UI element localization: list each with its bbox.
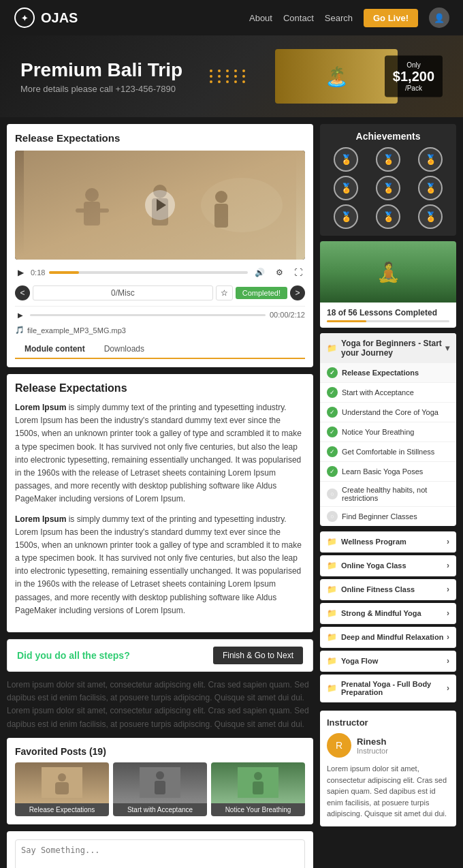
- meditation-box: 🧘 18 of 56 Lessons Completed: [320, 241, 456, 328]
- hero-banner: Premium Bali Trip More details please ca…: [0, 35, 463, 117]
- badge-5: 🏅: [376, 176, 400, 200]
- golive-button[interactable]: Go Live!: [364, 9, 418, 27]
- video-volume[interactable]: 🔊: [252, 266, 268, 279]
- meditation-person: 🧘: [374, 248, 402, 296]
- lesson-check-8: ○: [327, 511, 338, 522]
- lesson-item-5[interactable]: ✓ Get Comfortable in Stillness: [320, 442, 456, 462]
- lesson-check-3: ✓: [327, 407, 338, 418]
- video-settings[interactable]: ⚙: [273, 266, 286, 279]
- module-p2-text: is simply dummy text of the printing and…: [15, 514, 302, 615]
- avatar[interactable]: 👤: [429, 7, 449, 28]
- folder-icon-5: 📁: [327, 656, 337, 666]
- lesson-item-2[interactable]: ✓ Start with Acceptance: [320, 383, 456, 403]
- comment-input[interactable]: [15, 839, 305, 868]
- content-col: Release Expectations: [7, 124, 313, 868]
- badges-grid: 🏅 🏅 🏅 🏅 🏅 🏅 🏅 🏅 🏅: [327, 147, 449, 229]
- lorem-below-text: Lorem ipsum dolor sit amet, consectetur …: [7, 679, 313, 731]
- audio-play-button[interactable]: ▶: [15, 309, 26, 320]
- module-content-section: Release Expectations Lorem Ipsum is simp…: [7, 374, 313, 632]
- modules-box: 📁 Yoga for Beginners - Start your Journe…: [320, 333, 456, 526]
- nav-search[interactable]: Search: [325, 13, 353, 23]
- lesson-item-7[interactable]: ○ Create healthy habits, not restriction…: [320, 482, 456, 507]
- tab-module-content[interactable]: Module content: [15, 340, 95, 359]
- lesson-item-3[interactable]: ✓ Understand the Core of Yoga: [320, 403, 456, 422]
- audio-filename-row: 🎵 file_example_MP3_5MG.mp3: [15, 326, 305, 335]
- meditation-img: 🧘: [320, 241, 456, 303]
- nav-about[interactable]: About: [249, 13, 272, 23]
- nav-prev-button[interactable]: <: [15, 285, 30, 300]
- video-fullscreen[interactable]: ⛶: [291, 266, 305, 279]
- svg-point-3: [201, 178, 283, 232]
- svg-rect-7: [92, 208, 109, 213]
- module-row-5[interactable]: 📁Yoga Flow ›: [320, 651, 456, 672]
- main-layout: Release Expectations: [0, 117, 463, 868]
- hero-image: 🏝️: [275, 49, 398, 104]
- module-paragraph-2: Lorem Ipsum is simply dummy text of the …: [15, 513, 305, 618]
- tab-downloads[interactable]: Downloads: [95, 340, 154, 358]
- svg-rect-17: [155, 781, 165, 794]
- svg-rect-11: [214, 204, 228, 228]
- lesson-item-8[interactable]: ○ Find Beginner Classes: [320, 507, 456, 526]
- module-row-1[interactable]: 📁Online Yoga Class ›: [320, 555, 456, 576]
- cta-text: Did you do all the steps?: [17, 650, 130, 661]
- price-per: /Pack: [393, 84, 434, 92]
- nav-next-button[interactable]: >: [290, 285, 305, 300]
- header: ✦ OJAS About Contact Search Go Live! 👤: [0, 0, 463, 35]
- svg-rect-5: [84, 202, 100, 226]
- lesson-check-4: ✓: [327, 427, 338, 437]
- lesson-label-2: Start with Acceptance: [342, 388, 414, 397]
- module-row-0[interactable]: 📁Wellness Program ›: [320, 531, 456, 553]
- star-button[interactable]: ☆: [216, 285, 233, 300]
- comment-section: Post Comment R Rinesh on May 13 Thank yo…: [7, 831, 313, 868]
- main-module-header[interactable]: 📁 Yoga for Beginners - Start your Journe…: [320, 333, 456, 363]
- video-play-ctrl[interactable]: ▶: [15, 266, 27, 279]
- post-img-3: [211, 762, 305, 803]
- badge-2: 🏅: [376, 147, 400, 172]
- folder-icon-6: 📁: [327, 683, 337, 693]
- svg-point-16: [156, 771, 164, 779]
- post-img-2: [113, 762, 207, 803]
- finish-goto-next-button[interactable]: Finish & Go to Next: [213, 647, 303, 664]
- post-label-2: Start with Acceptance: [113, 803, 207, 816]
- module-row-2[interactable]: 📁Online Fitness Class ›: [320, 579, 456, 600]
- completed-button[interactable]: Completed!: [236, 287, 287, 299]
- favorited-section: Favorited Posts (19) Release Expectation…: [7, 738, 313, 824]
- lesson-label-5: Get Comfortable in Stillness: [342, 448, 434, 456]
- video-player[interactable]: [15, 151, 305, 260]
- post-card-3[interactable]: Notice Your Breathing: [211, 762, 305, 816]
- svg-rect-9: [152, 198, 168, 226]
- hero-dots: [210, 69, 248, 83]
- video-progress-bar[interactable]: [49, 271, 248, 274]
- price-amount: $1,200: [393, 69, 434, 84]
- other-modules-list: 📁Wellness Program › 📁Online Yoga Class ›…: [320, 531, 456, 705]
- instructor-section-title: Instructor: [327, 717, 449, 728]
- nav-contact[interactable]: Contact: [283, 13, 314, 23]
- post-card-2[interactable]: Start with Acceptance: [113, 762, 207, 816]
- svg-rect-14: [55, 782, 69, 794]
- module-header-content: 📁 Yoga for Beginners - Start your Journe…: [327, 339, 445, 358]
- lesson-label-1: Release Expectations: [342, 369, 419, 377]
- video-time-current: 0:18: [31, 268, 45, 277]
- audio-progress-bar[interactable]: [30, 314, 266, 316]
- lesson-item-6[interactable]: ✓ Learn Basic Yoga Poses: [320, 462, 456, 482]
- post-card-1[interactable]: Release Expectations: [15, 762, 109, 816]
- video-bg: [15, 151, 305, 260]
- badge-3: 🏅: [418, 147, 443, 172]
- main-module-label: Yoga for Beginners - Start your Journey: [341, 339, 445, 358]
- instructor-role: Instructor: [357, 747, 388, 755]
- logo[interactable]: ✦ OJAS: [14, 7, 78, 29]
- lesson-item-1[interactable]: ✓ Release Expectations: [320, 363, 456, 383]
- folder-icon: 📁: [327, 343, 337, 353]
- svg-rect-6: [76, 208, 93, 213]
- music-icon: 🎵: [15, 326, 25, 335]
- badge-6: 🏅: [418, 176, 443, 200]
- progress-line: [327, 320, 449, 322]
- svg-point-10: [215, 191, 227, 203]
- lesson-item-4[interactable]: ✓ Notice Your Breathing: [320, 422, 456, 442]
- module-row-6[interactable]: 📁Prenatal Yoga - Full Body Preparation ›: [320, 675, 456, 702]
- lesson-check-2: ✓: [327, 387, 338, 398]
- badge-8: 🏅: [376, 204, 400, 229]
- module-row-3[interactable]: 📁Strong & Mindful Yoga ›: [320, 603, 456, 624]
- arrow-right-icon-0: ›: [447, 537, 449, 546]
- module-row-4[interactable]: 📁Deep and Mindful Relaxation ›: [320, 627, 456, 648]
